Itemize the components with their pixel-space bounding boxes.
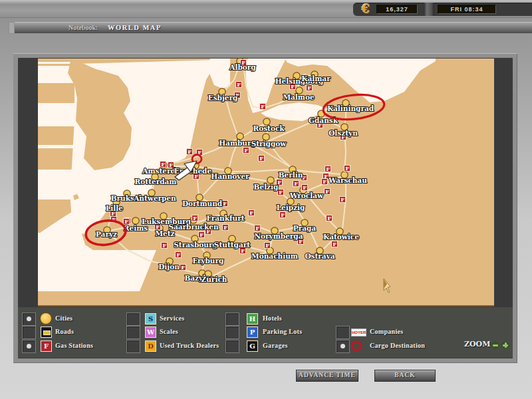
city-label-frankfurt[interactable]: Frankfurt	[206, 214, 244, 222]
city-label-metz[interactable]: Metz	[155, 229, 174, 237]
legend-checkbox-roads[interactable]	[22, 326, 36, 339]
zoom-out-button[interactable]	[491, 341, 499, 349]
gas-station-letter: F	[261, 103, 265, 110]
city-label-monachium[interactable]: Monachium	[251, 252, 298, 260]
back-button[interactable]: BACK	[374, 370, 436, 382]
gas-station-letter: F	[176, 251, 180, 258]
gas-station-letter: F	[223, 224, 227, 231]
gas-station-letter: F	[244, 147, 248, 154]
roads-icon	[41, 327, 52, 338]
city-label-leipzig[interactable]: Leipzig	[277, 203, 305, 211]
gas-station-letter: F	[294, 180, 298, 187]
legend-checkbox-parking-lots[interactable]	[225, 326, 239, 339]
gas-station-letter: F	[325, 188, 329, 195]
city-label-rostock[interactable]: Rostock	[253, 124, 285, 132]
city-label-zurich[interactable]: Zurich	[201, 275, 227, 283]
time-display: FRI 08:34	[438, 5, 496, 14]
city-label-paryz[interactable]: Paryz	[96, 230, 117, 238]
sea-region	[38, 62, 74, 64]
legend-checkbox-services[interactable]	[126, 313, 140, 326]
legend-label-companies: Companies	[370, 328, 403, 335]
gas-station-letter: F	[307, 84, 311, 91]
gas-station-letter: F	[223, 200, 227, 207]
city-label-praga[interactable]: Praga	[293, 224, 317, 232]
legend-label-garages: Garages	[263, 342, 288, 349]
city-dot-reims[interactable]	[132, 217, 139, 224]
legend-checkbox-used-truck-dealers[interactable]	[126, 340, 140, 353]
hud-display: € 16,327 FRI 08:34	[353, 3, 532, 16]
legend-checkbox-gas-stations[interactable]	[22, 340, 36, 353]
gas-station-letter: F	[279, 189, 283, 196]
world-map[interactable]: FFFFFFFFFFFFFFFFFFFFFFFFFFFFFFFFFFFFFFFF…	[38, 59, 494, 307]
city-label-alborg[interactable]: Alborg	[229, 63, 256, 71]
city-label-hannover[interactable]: Hannover	[211, 172, 249, 180]
city-label-lille[interactable]: Lille	[106, 204, 123, 212]
legend-checkbox-companies[interactable]	[336, 326, 350, 339]
legend-checkbox-garages[interactable]	[225, 340, 239, 353]
gas-station-letter: F	[193, 215, 197, 221]
legend-label-services: Services	[160, 315, 184, 322]
city-label-wroclaw[interactable]: Wroclaw	[289, 192, 324, 200]
city-label-reims[interactable]: Reims	[124, 224, 148, 232]
legend-label-cities: Cities	[55, 315, 72, 322]
map-legend: ZOOM CitiesRoadsFGas StationsSServicesWS…	[18, 307, 513, 358]
legend-label-roads: Roads	[55, 328, 74, 335]
city-label-katowice[interactable]: Katowice	[323, 233, 359, 241]
city-label-ostrava[interactable]: Ostrava	[305, 252, 334, 260]
city-label-berlin[interactable]: Berlin	[279, 171, 303, 179]
legend-label-parking-lots: Parking Lots	[263, 328, 302, 335]
top-status-bar: € 16,327 FRI 08:34	[0, 0, 532, 18]
gas-station-letter: F	[345, 165, 349, 172]
gas-station-letter: F	[249, 209, 253, 216]
city-label-saarbrucken[interactable]: Saarbrucken	[168, 223, 219, 231]
used-truck-dealers-icon: D	[145, 340, 156, 352]
gas-station-letter: F	[340, 196, 344, 203]
city-label-antwerpen[interactable]: Antwerpen	[133, 194, 176, 202]
city-label-striggow[interactable]: Striggow	[251, 140, 287, 148]
titlebar-prefix: Notebook:	[68, 23, 98, 33]
city-label-warschau[interactable]: Warschau	[328, 176, 367, 184]
city-label-dortmund[interactable]: Dortmund	[182, 200, 223, 207]
gas-station-letter: F	[281, 211, 285, 218]
gas-station-letter: F	[188, 148, 192, 155]
legend-checkbox-cargo-destination[interactable]	[336, 340, 350, 353]
legend-label-scales: Scales	[160, 328, 178, 335]
gas-station-letter: F	[255, 225, 259, 231]
city-label-norymberga[interactable]: Norymberga	[254, 232, 303, 240]
legend-label-cargo-destination: Cargo Destination	[370, 342, 425, 349]
titlebar-left-tab	[9, 22, 15, 34]
gas-station-letter: F	[181, 264, 185, 271]
city-label-belzig[interactable]: Belzig	[254, 183, 279, 191]
city-label-dijon[interactable]: Dijon	[158, 263, 180, 271]
gas-station-letter: F	[162, 242, 166, 249]
gas-station-letter: F	[323, 178, 327, 185]
legend-checkbox-scales[interactable]	[126, 326, 140, 339]
legend-label-hotels: Hotels	[263, 315, 282, 322]
legend-label-used-truck-dealers: Used Truck Dealers	[160, 342, 219, 349]
advance-time-button[interactable]: ADVANCE TIME	[296, 370, 358, 382]
gas-stations-icon: F	[41, 340, 52, 352]
gas-station-letter: F	[200, 231, 203, 238]
city-label-kalmar[interactable]: Kalmar	[301, 74, 331, 82]
page-title: WORLD MAP	[108, 23, 162, 33]
gas-station-letter: F	[327, 215, 331, 221]
garages-icon: G	[247, 340, 258, 352]
city-label-stuttgart[interactable]: Stuttgart	[214, 241, 250, 249]
gas-station-letter: F	[259, 155, 263, 162]
city-label-rotterdam[interactable]: Rotterdam	[135, 178, 177, 186]
city-label-malmoe[interactable]: Malmoe	[283, 93, 315, 101]
parking-lots-icon: P	[247, 327, 258, 338]
city-label-olsztyn[interactable]: Olsztyn	[329, 129, 358, 137]
legend-checkbox-cities[interactable]	[22, 313, 36, 326]
gas-station-letter: F	[332, 241, 336, 247]
city-label-fryburg[interactable]: Fryburg	[193, 257, 224, 265]
city-label-kaliningrad[interactable]: Kaliningrad	[327, 104, 374, 112]
city-label-esbjerg[interactable]: Esbjerg	[208, 94, 238, 102]
city-label-strasbourg[interactable]: Strasbourg	[174, 241, 217, 249]
money-display: 16,327	[376, 5, 418, 14]
gas-station-letter: F	[303, 184, 307, 191]
legend-checkbox-hotels[interactable]	[225, 313, 239, 326]
companies-icon: HOYER	[351, 329, 366, 336]
zoom-in-button[interactable]	[501, 341, 509, 349]
gas-station-letter: F	[237, 81, 241, 88]
